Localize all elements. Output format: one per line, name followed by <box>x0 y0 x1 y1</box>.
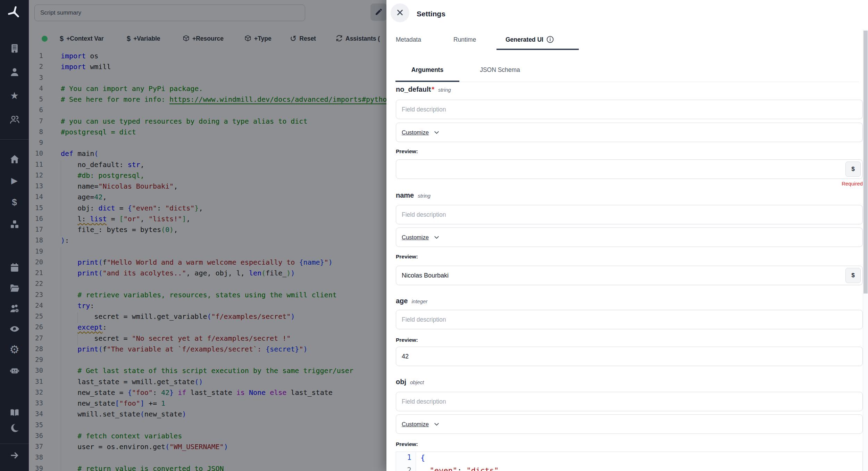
preview-input-no_default[interactable] <box>396 159 863 179</box>
preview-input-wrap: $ <box>396 266 863 285</box>
field-description-input-obj[interactable] <box>396 392 863 411</box>
field-label-age: ageinteger <box>396 297 427 309</box>
field-name: no_default <box>396 85 431 93</box>
field-description-input-age[interactable] <box>396 310 863 329</box>
building-icon[interactable] <box>0 42 29 54</box>
field-type: object <box>410 379 424 385</box>
preview-label: Preview: <box>396 441 418 448</box>
chevron-down-icon[interactable] <box>433 129 440 136</box>
field-description-input-no_default[interactable] <box>396 100 863 119</box>
customize-section-no_default: Customize <box>396 123 863 142</box>
book-open-icon[interactable] <box>0 407 29 419</box>
dollar-icon[interactable]: $ <box>0 196 29 208</box>
field-label-obj: objobject <box>396 378 424 390</box>
json-line: 2 "even": "dicts" <box>396 466 862 471</box>
robot-icon[interactable] <box>0 365 29 377</box>
preview-input-wrap: $ <box>396 159 863 179</box>
customize-toggle[interactable]: Customize <box>402 234 429 241</box>
field-name: obj <box>396 378 406 386</box>
required-note: Required <box>842 181 863 189</box>
gear-icon[interactable]: ⚙ <box>0 344 29 355</box>
calendar-icon[interactable] <box>0 262 29 273</box>
sidebar: ★▶$⚙ <box>0 0 29 471</box>
field-name: name <box>396 191 414 199</box>
field-name: age <box>396 297 408 305</box>
field-type: integer <box>411 298 427 304</box>
field-type: string <box>438 87 451 93</box>
folder-open-icon[interactable] <box>0 282 29 294</box>
moon-icon[interactable] <box>0 422 29 434</box>
modal-overlay[interactable] <box>29 0 386 471</box>
chevron-down-icon[interactable] <box>433 234 440 241</box>
customize-section-obj: Customize <box>396 414 863 434</box>
star-icon[interactable]: ★ <box>0 90 29 102</box>
dollar-var-button[interactable]: $ <box>845 268 861 283</box>
arguments-fields: no_default*stringCustomizePreview:$Requi… <box>396 0 863 471</box>
settings-drawer: Settings MetadataRuntimeGenerated UI Arg… <box>386 0 868 471</box>
preview-input-wrap <box>396 347 863 366</box>
chevron-down-icon[interactable] <box>433 421 440 428</box>
preview-input-age[interactable] <box>396 347 863 366</box>
preview-label: Preview: <box>396 148 418 155</box>
json-line: 1{ <box>396 453 862 466</box>
drawer-scrollbar[interactable] <box>863 29 868 471</box>
user-icon[interactable] <box>0 66 29 78</box>
customize-toggle[interactable]: Customize <box>402 421 429 428</box>
sidebar-divider <box>0 139 29 140</box>
required-asterisk: * <box>432 85 434 93</box>
windmill-logo-icon[interactable] <box>7 5 22 20</box>
preview-label: Preview: <box>396 254 418 261</box>
windmill-app: ★▶$⚙ $+Context Var$+Variable+Resource+Ty… <box>0 0 868 471</box>
preview-json-editor[interactable]: 1{2 "even": "dicts" <box>396 452 863 471</box>
cubes-icon[interactable] <box>0 218 29 230</box>
preview-label: Preview: <box>396 337 418 344</box>
scrollbar-thumb[interactable] <box>863 31 868 294</box>
users-icon[interactable] <box>0 114 29 125</box>
customize-section-name: Customize <box>396 228 863 247</box>
eye-icon[interactable] <box>0 323 29 335</box>
play-icon[interactable]: ▶ <box>0 175 29 187</box>
sidebar-divider <box>0 444 29 444</box>
dollar-var-button[interactable]: $ <box>845 162 861 177</box>
field-type: string <box>418 193 431 199</box>
field-description-input-name[interactable] <box>396 205 863 224</box>
users-gear-icon[interactable] <box>0 303 29 314</box>
arrow-right-icon[interactable] <box>0 449 29 461</box>
field-label-name: namestring <box>396 191 431 203</box>
preview-input-name[interactable] <box>396 266 863 285</box>
home-icon[interactable] <box>0 153 29 165</box>
field-label-no_default: no_default*string <box>396 85 451 97</box>
customize-toggle[interactable]: Customize <box>402 129 429 136</box>
